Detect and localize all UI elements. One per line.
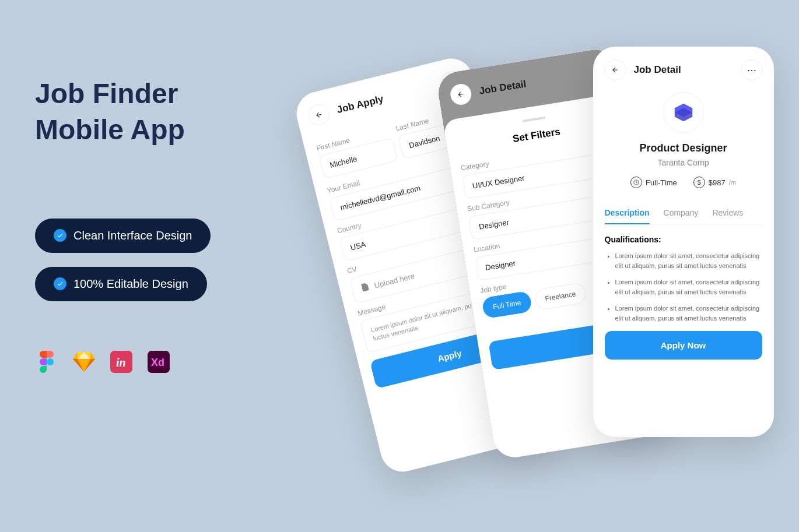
tabs: Description Company Reviews	[605, 202, 762, 224]
company-name: Taranta Comp	[605, 158, 762, 167]
phone-detail-screen: Job Detail ⋯ Product Designer Taranta Co…	[593, 47, 774, 437]
clock-icon	[630, 177, 642, 188]
tab-reviews[interactable]: Reviews	[712, 202, 743, 224]
file-icon	[359, 281, 371, 294]
salary: $ $987/m	[693, 177, 736, 188]
jobtype-freelance[interactable]: Freelance	[534, 282, 587, 311]
back-button[interactable]	[306, 102, 332, 128]
jobtype-fulltime[interactable]: Full Time	[481, 291, 532, 319]
back-button[interactable]	[605, 59, 626, 80]
screen-title: Job Apply	[335, 80, 434, 116]
more-button[interactable]: ⋯	[741, 59, 762, 80]
xd-icon: Xd	[147, 350, 170, 374]
dollar-icon: $	[693, 177, 705, 188]
feature-pill-2: 100% Editable Design	[35, 267, 207, 301]
feature-text-2: 100% Editable Design	[73, 277, 188, 291]
svg-text:in: in	[116, 356, 126, 369]
tool-icons-row: in Xd	[35, 350, 360, 374]
hero-line1: Job Finder	[35, 78, 178, 109]
qualifications-list: Lorem ipsum dolor sit amet, consectetur …	[605, 251, 762, 323]
qualification-item: Lorem ipsum dolor sit amet, consectetur …	[615, 277, 762, 297]
invision-icon: in	[110, 350, 133, 374]
screen-title: Job Detail	[634, 64, 733, 76]
check-icon	[54, 277, 66, 290]
company-logo	[663, 92, 704, 133]
upload-text: Upload here	[373, 272, 415, 290]
sketch-icon	[72, 350, 96, 374]
svg-text:Xd: Xd	[151, 357, 164, 368]
qualification-item: Lorem ipsum dolor sit amet, consectetur …	[615, 251, 762, 270]
figma-icon	[35, 350, 58, 374]
job-title: Product Designer	[605, 142, 762, 154]
feature-text-1: Clean Interface Design	[73, 229, 192, 242]
back-button[interactable]	[448, 82, 472, 106]
apply-now-button[interactable]: Apply Now	[605, 331, 762, 360]
tab-description[interactable]: Description	[605, 202, 650, 224]
tab-company[interactable]: Company	[664, 202, 699, 224]
sheet-handle[interactable]	[522, 117, 545, 122]
qualification-item: Lorem ipsum dolor sit amet, consectetur …	[615, 304, 762, 323]
svg-point-0	[47, 358, 54, 365]
employment-type: Full-Time	[630, 177, 677, 188]
qualifications-heading: Qualifications:	[605, 235, 762, 244]
check-icon	[54, 229, 66, 242]
hero-line2: Mobile App	[35, 114, 185, 145]
feature-pill-1: Clean Interface Design	[35, 219, 211, 253]
